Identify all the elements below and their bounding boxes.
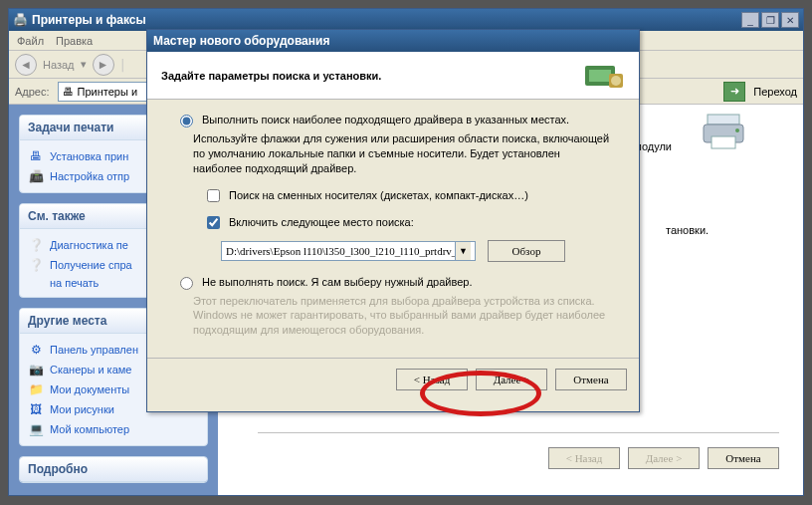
dialog-header-text: Задайте параметры поиска и установки. xyxy=(161,70,381,82)
checkbox-removable[interactable] xyxy=(207,189,220,202)
picture-icon: 🖼 xyxy=(28,401,44,417)
sidebar-details: Подробно xyxy=(19,456,208,483)
printer-icon: 🖶 xyxy=(28,148,44,164)
printer-shortcut[interactable] xyxy=(674,111,773,152)
sidebar-item-label: Диагностика пе xyxy=(50,239,128,251)
printer-top-icon xyxy=(708,115,739,125)
forward-nav-button[interactable]: ► xyxy=(93,54,114,76)
bg-back-button: < Назад xyxy=(548,447,620,469)
dialog-body: Выполнить поиск наиболее подходящего дра… xyxy=(147,100,639,338)
back-nav-button[interactable]: ◄ xyxy=(15,54,37,76)
svg-point-4 xyxy=(611,76,621,86)
sidebar-item-label: Получение спра xyxy=(50,259,132,271)
sidebar-item-label: Установка прин xyxy=(50,150,128,162)
fax-icon: 📠 xyxy=(28,168,44,184)
help-icon: ❔ xyxy=(28,237,44,253)
bg-cancel-button[interactable]: Отмена xyxy=(708,447,779,469)
cancel-button[interactable]: Отмена xyxy=(555,369,627,390)
back-button[interactable]: < Назад xyxy=(396,369,468,390)
radio-auto-label[interactable]: Выполнить поиск наиболее подходящего дра… xyxy=(202,114,569,126)
controlpanel-icon: ⚙ xyxy=(28,342,44,358)
close-button[interactable]: ✕ xyxy=(781,12,799,28)
address-input[interactable]: 🖶 Принтеры и xyxy=(58,82,147,102)
path-combobox[interactable]: D:\drivers\Epson l110\l350_l300_l210_l11… xyxy=(221,241,476,261)
sidebar-item-label: Мои документы xyxy=(50,383,129,395)
menu-edit[interactable]: Правка xyxy=(56,35,93,47)
next-button[interactable]: Далее > xyxy=(476,369,547,390)
chevron-down-icon[interactable]: ▼ xyxy=(455,242,471,260)
sidebar-item-mycomputer[interactable]: 💻 Мой компьютер xyxy=(28,419,199,439)
checkbox-include-label[interactable]: Включить следующее место поиска: xyxy=(229,216,414,228)
folder-icon: 📁 xyxy=(28,381,44,397)
wizard-dialog: Мастер нового оборудования Задайте парам… xyxy=(146,29,640,412)
dialog-buttons: < Назад Далее > Отмена xyxy=(147,359,639,400)
go-label[interactable]: Переход xyxy=(753,86,797,98)
svg-rect-2 xyxy=(589,70,611,82)
dialog-header: Задайте параметры поиска и установки. xyxy=(147,52,639,100)
manual-desc: Этот переключатель применяется для выбор… xyxy=(193,294,611,339)
sidebar-item-label: Панель управлен xyxy=(50,344,138,356)
sidebar-item-label: Мой компьютер xyxy=(50,423,129,435)
sidebar-details-header[interactable]: Подробно xyxy=(20,457,207,482)
go-button[interactable]: ➜ xyxy=(723,82,745,102)
chevron-down-icon[interactable]: ▾ xyxy=(81,58,87,71)
window-title: Принтеры и факсы xyxy=(28,13,741,27)
window-titlebar[interactable]: 🖨️ Принтеры и факсы _ ❐ ✕ xyxy=(9,9,803,31)
bg-next-button: Далее > xyxy=(628,447,700,469)
hardware-icon xyxy=(581,58,625,94)
printer-icon: 🖶 xyxy=(63,86,74,98)
dialog-titlebar[interactable]: Мастер нового оборудования xyxy=(147,30,639,52)
auto-desc: Используйте флажки для сужения или расши… xyxy=(193,131,611,176)
sidebar-item-label: Сканеры и каме xyxy=(50,364,131,376)
back-label[interactable]: Назад xyxy=(43,59,75,71)
address-label: Адрес: xyxy=(15,86,50,98)
address-value: Принтеры и xyxy=(78,86,138,98)
dialog-title: Мастер нового оборудования xyxy=(153,34,329,48)
help-icon: ❔ xyxy=(28,257,44,273)
install-hint: тановки. xyxy=(666,224,785,236)
menu-file[interactable]: Файл xyxy=(17,35,44,47)
checkbox-include-location[interactable] xyxy=(207,216,220,229)
bg-wizard-buttons: < Назад Далее > Отмена xyxy=(258,432,779,472)
radio-manual[interactable] xyxy=(180,277,193,290)
minimize-button[interactable]: _ xyxy=(741,12,759,28)
computer-icon: 💻 xyxy=(28,421,44,437)
camera-icon: 📷 xyxy=(28,362,44,378)
sidebar-item-label: Настройка отпр xyxy=(50,170,129,182)
svg-point-0 xyxy=(735,128,739,132)
radio-manual-label[interactable]: Не выполнять поиск. Я сам выберу нужный … xyxy=(202,276,473,288)
sidebar-item-label: Мои рисунки xyxy=(50,403,114,415)
paper-icon xyxy=(711,136,735,148)
printer-icon: 🖨️ xyxy=(13,13,28,27)
browse-button[interactable]: Обзор xyxy=(488,240,565,262)
path-value: D:\drivers\Epson l110\l350_l300_l210_l11… xyxy=(226,245,455,257)
radio-auto-search[interactable] xyxy=(180,115,193,127)
checkbox-removable-label[interactable]: Поиск на сменных носителях (дискетах, ко… xyxy=(229,189,528,201)
maximize-button[interactable]: ❐ xyxy=(761,12,779,28)
sidebar-item-label: на печать xyxy=(50,277,99,289)
